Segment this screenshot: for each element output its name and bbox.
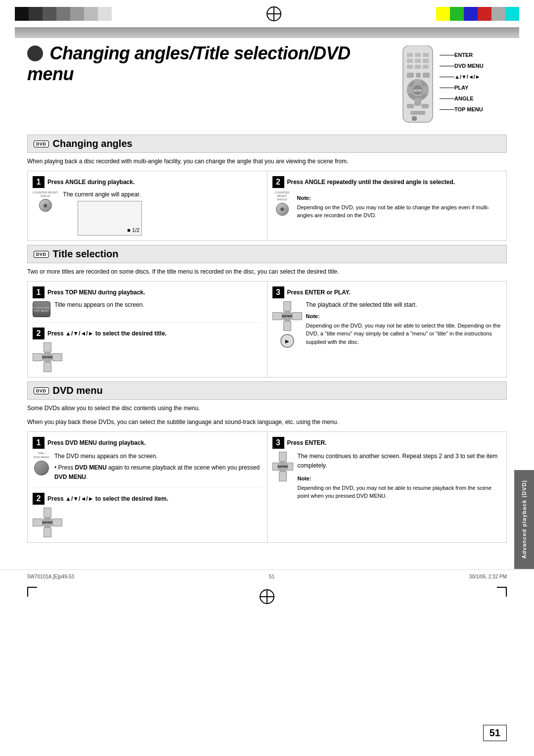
dvd-step1-body1: The DVD menu appears on the screen. [54,452,262,461]
color-block-6 [84,7,98,21]
title-step1-body: Title menu appears on the screen. [54,301,144,308]
title-step1-title: Press TOP MENU during playback. [47,289,145,296]
svg-rect-10 [407,73,414,78]
dvd-step2-icon: ENTER [33,508,262,537]
section-changing-angles: DVD Changing angles [27,135,507,153]
dvd-menu-btn-icon: TRK+DVD MENU [33,452,50,482]
angles-step2-title: Press ANGLE repeatedly until the desired… [287,179,455,186]
dvd-step3-dpad-down [279,472,287,481]
title-step2-title: Press ▲/▼/◄/► to select the desired titl… [47,330,167,337]
title-bullet-circle [27,46,43,61]
registration-mark-bottom [260,589,274,604]
angles-step2: 2 Press ANGLE repeatedly until the desir… [267,171,507,240]
dvd-step3-header: 3 Press ENTER. [272,437,502,449]
dvd-step3-number: 3 [272,437,284,449]
svg-rect-9 [423,65,429,69]
dvd-menu-desc1: Some DVDs allow you to select the disc c… [27,404,507,413]
angles-step1-title: Press ANGLE during playback. [47,179,134,186]
title-step2: 2 Press ▲/▼/◄/► to select the desired ti… [33,322,262,372]
svg-rect-5 [415,59,421,63]
title-selection-left-col: 1 Press TOP MENU during playback. S.TRAC… [28,282,267,377]
remote-label-arrows: ▲/▼/◄/► [440,71,484,82]
color-block-1 [15,7,29,21]
title-step3-content: ENTER The playback of the selected title… [272,301,502,348]
title-dpad-down [283,321,291,331]
remote-label-top-menu: TOP MENU [440,104,484,115]
label-enter: ENTER [454,52,473,58]
color-block-yellow [436,7,450,21]
dvd-step2-number: 2 [33,493,44,505]
title-dpad-left [272,312,282,320]
angles-step1-body: The current angle will appear. ■ 1/2 [63,191,142,236]
corner-line-h [27,587,37,588]
dvd-menu-steps: 1 Press DVD MENU during playback. TRK+DV… [27,431,507,543]
screen-mockup-angles: ■ 1/2 [78,201,142,236]
svg-rect-24 [412,116,417,121]
label-play: PLAY [454,85,468,91]
svg-rect-16 [414,98,421,106]
title-note-text: Depending on the DVD, you may not be abl… [306,323,501,345]
corner-line-h-r [497,587,507,588]
title-step2-header: 2 Press ▲/▼/◄/► to select the desired ti… [33,328,262,339]
dvd-step1-header: 1 Press DVD MENU during playback. [33,437,262,449]
svg-rect-2 [415,53,421,57]
remote-label-angle: ANGLE [440,93,484,104]
svg-rect-22 [422,104,429,108]
color-blocks-right [436,7,519,21]
title-enter-dpad: ENTER [272,301,302,331]
remote-with-labels: ENTER ENTER DVD MENU [398,46,484,125]
footer-left: 5W70101A [E]p49-53 [27,574,74,579]
remote-label-dvd-menu: DVD MENU [440,60,484,71]
trk-button-icon: S.TRACKING TOP MENU [33,301,50,317]
label-arrows: ▲/▼/◄/► [454,74,481,80]
dvd-step2: 2 Press ▲/▼/◄/► to select the desired it… [33,487,262,537]
page-footer: 5W70101A [E]p49-53 51 30/1/06, 2:32 PM [0,569,534,579]
svg-rect-8 [415,65,421,69]
svg-rect-7 [407,65,413,69]
footer-right: 30/1/06, 2:32 PM [469,574,507,579]
dvd-note-label: Note: [297,474,501,483]
page-title-section: Changing angles/Title selection/DVD menu [27,43,507,125]
title-selection-description: Two or more titles are recorded on some … [27,267,507,276]
dvd-step1-content: TRK+DVD MENU The DVD menu appears on the… [33,452,262,482]
angles-step2-number: 2 [272,176,284,188]
dvd-step2-header: 2 Press ▲/▼/◄/► to select the desired it… [33,493,262,505]
remote-illustration: ENTER ENTER DVD MENU [398,46,507,125]
page-title: Changing angles/Title selection/DVD menu [27,43,398,85]
dvd-step3-title: Press ENTER. [287,439,327,446]
dvd-note-text: Depending on the DVD, you may not be abl… [297,485,491,499]
svg-rect-21 [407,104,414,108]
dvd-menu-circle-btn [34,461,49,475]
gray-gradient-bar [15,27,519,38]
dpad-left [33,353,43,361]
color-block-green [450,7,464,21]
remote-label-list: ENTER DVD MENU ▲/▼/◄/► PLAY [440,49,484,115]
title-step3-body: The playback of the selected title will … [306,301,502,308]
section-title-selection-heading: Title selection [53,248,119,260]
angles-step2-note: Note: Depending on the DVD, you may not … [297,194,502,220]
title-step3-icons: ENTER [272,301,302,348]
dpad-up [44,342,51,352]
title-dpad-up [283,301,291,311]
vertical-side-label: Advanced playback (DVD) [514,470,534,569]
color-block-red [478,7,491,21]
section-dvd-menu-heading: DVD menu [53,385,103,396]
svg-rect-3 [423,53,429,57]
dvd-menu-desc2: When you play back these DVDs, you can s… [27,418,507,426]
angles-steps: 1 Press ANGLE during playback. COUNTER R… [27,171,507,241]
dvd-step1: 1 Press DVD MENU during playback. TRK+DV… [33,437,262,482]
angles-step1-text: The current angle will appear. [63,191,142,198]
dvd-badge-title: DVD [34,251,49,258]
dvd-dpad-large: ENTER [33,508,62,537]
angles-step2-header: 2 Press ANGLE repeatedly until the desir… [272,176,502,188]
title-dpad-right [292,312,302,320]
dvd-dpad-left [33,519,43,526]
bottom-left-corner [27,587,47,607]
title-dpad-enter: ENTER [282,311,293,322]
svg-text:ENTER: ENTER [414,89,422,92]
angle-btn-icon: ◎ [39,199,52,212]
dpad-enter: ENTER [42,352,53,363]
dvd-step1-title: Press DVD MENU during playback. [47,439,146,446]
title-step3-body-notes: The playback of the selected title will … [306,301,502,346]
corner-line-v [27,587,28,597]
